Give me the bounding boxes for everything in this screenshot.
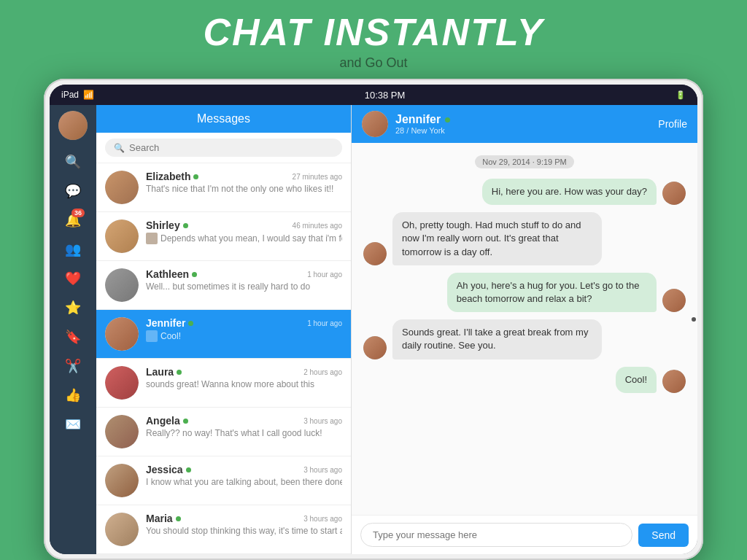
list-item[interactable]: Maria 3 hours ago You should stop thinki… [96, 505, 351, 554]
avatar [105, 219, 139, 253]
send-button[interactable]: Send [638, 524, 689, 547]
conv-time: 3 hours ago [303, 466, 342, 474]
sidebar-starred-icon[interactable]: ⭐ [58, 295, 88, 321]
chat-header: Jennifer 28 / New York Profile [352, 105, 697, 143]
wifi-icon: 📶 [83, 90, 94, 100]
conv-content: Angela 3 hours ago Really?? no way! That… [146, 415, 342, 448]
search-bar: 🔍 [96, 133, 351, 163]
chat-contact-name: Jennifer [395, 113, 450, 126]
message-row: Hi, here you are. How was your day? [363, 179, 686, 205]
conv-preview: That's nice that I'm not the only one wh… [146, 184, 342, 194]
conv-top: Jessica 3 hours ago [146, 464, 342, 475]
conv-content: Kathleen 1 hour ago Well... but sometime… [146, 268, 342, 302]
status-left: iPad 📶 [61, 90, 94, 100]
online-indicator [186, 467, 191, 472]
conv-name: Jessica [146, 464, 191, 475]
avatar [105, 317, 139, 351]
notification-badge: 36 [71, 209, 85, 217]
conv-preview: Cool! [146, 330, 342, 342]
conv-name: Elizabeth [146, 171, 198, 182]
avatar [105, 513, 139, 546]
conv-top: Jennifer 1 hour ago [146, 317, 342, 329]
conv-top: Laura 2 hours ago [146, 366, 342, 378]
conv-name: Jennifer [146, 317, 193, 329]
conv-content: Elizabeth 27 minutes ago That's nice tha… [146, 171, 342, 204]
sidebar-user-avatar[interactable] [58, 111, 88, 140]
list-item[interactable]: Jessica 3 hours ago I know what you are … [96, 456, 351, 505]
sidebar-mail-icon[interactable]: ✉️ [58, 411, 88, 438]
message-row: Cool! [363, 367, 686, 393]
conversation-list: Elizabeth 27 minutes ago That's nice tha… [96, 163, 351, 554]
profile-button[interactable]: Profile [658, 118, 687, 130]
sidebar-favorites-icon[interactable]: ❤️ [58, 265, 88, 292]
conv-time: 1 hour ago [307, 271, 342, 279]
ipad-inner: iPad 📶 10:38 PM 🔋 🔍 💬 [50, 85, 697, 554]
search-input[interactable] [129, 142, 333, 153]
page-subtitle: and Go Out [0, 55, 747, 71]
side-button [692, 317, 696, 322]
page-background: CHAT INSTANTLY and Go Out iPad 📶 10:38 P… [0, 0, 747, 560]
chat-header-left: Jennifer 28 / New York [362, 111, 450, 137]
avatar [662, 370, 686, 393]
chat-panel: Jennifer 28 / New York Profile Nov 29, 2… [352, 105, 697, 554]
search-icon: 🔍 [114, 143, 125, 153]
message-bubble: Oh, pretty tough. Had much stuff to do a… [392, 212, 602, 265]
messages-header: Messages [96, 105, 351, 133]
page-header: CHAT INSTANTLY and Go Out [0, 0, 747, 75]
sidebar-like-icon[interactable]: 👍 [58, 382, 88, 408]
list-item[interactable]: Laura 2 hours ago sounds great! Wanna kn… [96, 359, 351, 408]
online-indicator [177, 370, 182, 375]
list-item[interactable]: Angela 3 hours ago Really?? no way! That… [96, 408, 351, 456]
conv-content: Jessica 3 hours ago I know what you are … [146, 464, 342, 497]
sidebar-notifications-icon[interactable]: 🔔 36 [58, 207, 88, 233]
page-title: CHAT INSTANTLY [0, 10, 747, 54]
sidebar-messages-icon[interactable]: 💬 [58, 178, 88, 204]
date-badge: Nov 29, 2014 · 9:19 PM [475, 155, 574, 168]
sidebar-tools-icon[interactable]: ✂️ [58, 353, 88, 379]
list-item[interactable]: Elizabeth 27 minutes ago That's nice tha… [96, 163, 351, 212]
ipad-frame: iPad 📶 10:38 PM 🔋 🔍 💬 [44, 79, 703, 560]
conv-preview: Well... but sometimes it is really hard … [146, 281, 342, 292]
conv-top: Angela 3 hours ago [146, 415, 342, 427]
conv-preview: Depends what you mean, I would say that … [146, 233, 342, 244]
chat-contact-avatar [362, 111, 388, 137]
conv-time: 1 hour ago [307, 319, 342, 327]
online-indicator [183, 419, 188, 424]
status-right: 🔋 [676, 90, 686, 100]
contact-online-dot [445, 117, 450, 122]
conv-name: Laura [146, 366, 182, 378]
avatar [105, 366, 139, 400]
conv-top: Kathleen 1 hour ago [146, 268, 342, 280]
conv-content: Laura 2 hours ago sounds great! Wanna kn… [146, 366, 342, 400]
conv-name: Shirley [146, 219, 188, 231]
sidebar-people-icon[interactable]: 👥 [58, 236, 88, 262]
list-item[interactable]: Shirley 46 minutes ago Depends what you … [96, 212, 351, 261]
online-indicator [193, 174, 198, 179]
chat-input-area: Send [352, 515, 697, 554]
list-item[interactable]: Jennifer 1 hour ago Cool! [96, 310, 351, 359]
sidebar: 🔍 💬 🔔 36 👥 ❤️ ⭐ 🔖 ✂️ 👍 ✉️ [50, 105, 96, 554]
sidebar-bookmarks-icon[interactable]: 🔖 [58, 324, 88, 350]
conv-top: Maria 3 hours ago [146, 513, 342, 524]
message-input[interactable] [360, 523, 632, 547]
conv-name: Kathleen [146, 268, 197, 280]
message-bubble: Ah you, here's a hug for you. Let's go t… [447, 273, 657, 312]
conv-preview: You should stop thinking this way, it's … [146, 526, 342, 536]
battery-icon: 🔋 [676, 90, 686, 100]
conv-time: 46 minutes ago [293, 222, 342, 230]
conv-top: Elizabeth 27 minutes ago [146, 171, 342, 182]
conv-content: Maria 3 hours ago You should stop thinki… [146, 513, 342, 546]
conv-time: 3 hours ago [303, 515, 342, 523]
message-row: Sounds great. I'll take a great break fr… [363, 319, 686, 359]
chat-contact-info: 28 / New York [395, 126, 450, 135]
chat-messages: Nov 29, 2014 · 9:19 PM Hi, here you are.… [352, 143, 697, 515]
date-divider: Nov 29, 2014 · 9:19 PM [363, 155, 686, 168]
conv-time: 27 minutes ago [293, 173, 342, 181]
conv-time: 3 hours ago [303, 417, 342, 425]
avatar [105, 415, 139, 448]
sidebar-search-icon[interactable]: 🔍 [58, 149, 88, 175]
avatar [105, 464, 139, 497]
online-indicator [192, 272, 197, 277]
conv-preview: Really?? no way! That's what I call good… [146, 428, 342, 438]
list-item[interactable]: Kathleen 1 hour ago Well... but sometime… [96, 261, 351, 310]
